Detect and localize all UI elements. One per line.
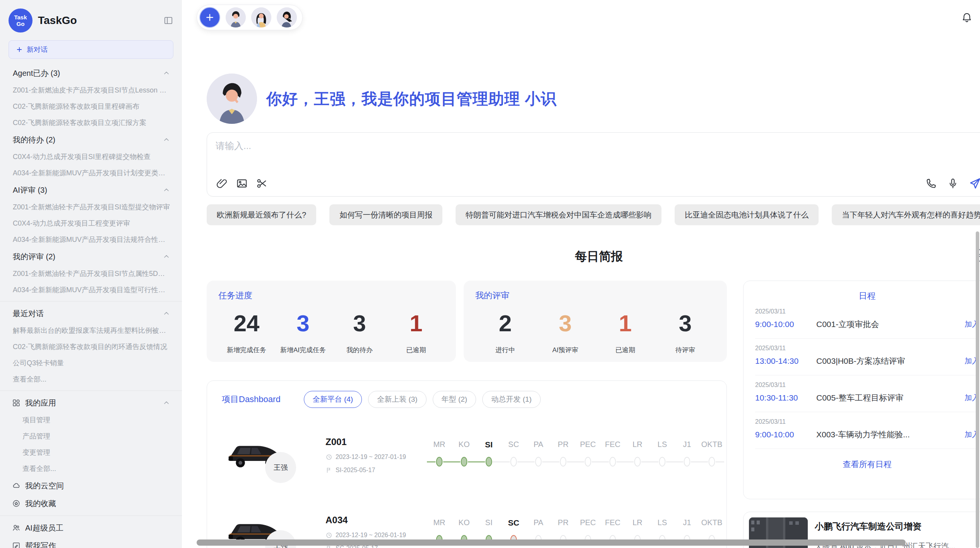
stat-label: 我的待办 — [331, 346, 388, 354]
stat-label: 已逾期 — [388, 346, 444, 354]
chevron-up-icon[interactable] — [163, 310, 170, 317]
milestone-connector — [625, 461, 634, 462]
stat-value: 3 — [275, 308, 331, 339]
news-title: 小鹏飞行汽车制造公司增资 — [815, 521, 955, 533]
sidebar-section-header[interactable]: Agent已办 (3) — [0, 64, 182, 82]
chevron-up-icon[interactable] — [163, 136, 170, 144]
add-session-button[interactable] — [199, 7, 220, 28]
section-title: Agent已办 (3) — [13, 68, 60, 79]
microphone-icon[interactable] — [947, 177, 959, 190]
sidebar-task-item[interactable]: C0X4-动力总成开发项目工程变更评审 — [0, 215, 182, 231]
attachment-icon[interactable] — [216, 177, 228, 190]
clock-icon — [326, 532, 332, 539]
sidebar-task-item[interactable]: A034-全新新能源MUV产品开发项目法规符合性评审 — [0, 231, 182, 248]
session-avatars — [197, 5, 303, 30]
sidebar-section-header[interactable]: AI评审 (3) — [0, 181, 182, 199]
divider — [0, 301, 182, 301]
milestone-label: SI — [476, 518, 501, 527]
milestone-connector — [691, 461, 699, 462]
dashboard-tab[interactable]: 全新上装 (3) — [368, 391, 427, 408]
milestone-labels: MRKOSISCPAPRPECFECLRLSJ1OKTB — [427, 518, 724, 527]
sidebar-task-item[interactable]: A034-全新新能源MUV产品开发项目造型可行性评审 — [0, 282, 182, 298]
milestone-node — [610, 457, 616, 467]
event-date: 2025/03/11 — [755, 382, 979, 389]
sidebar-item-cloud[interactable]: 我的云空间 — [0, 477, 182, 495]
chevron-up-icon[interactable] — [163, 253, 170, 260]
sidebar-task-item[interactable]: C02-飞腾新能源轻客改款项目立项汇报方案 — [0, 115, 182, 131]
chevron-up-icon[interactable] — [163, 69, 170, 77]
sidebar-item-my-apps[interactable]: 我的应用 — [0, 394, 182, 412]
sidebar-section-recent-chats[interactable]: 最近对话 — [0, 305, 182, 322]
dashboard-tab[interactable]: 全新平台 (4) — [304, 391, 362, 408]
milestone-label: OKTB — [699, 518, 724, 527]
chat-input[interactable] — [216, 140, 980, 151]
sidebar-item-star[interactable]: 我的收藏 — [0, 495, 182, 512]
logo-line2: Go — [17, 21, 25, 27]
send-icon[interactable] — [968, 177, 980, 190]
recent-chat-item[interactable]: 公司Q3轻卡销量 — [0, 355, 182, 371]
milestone-connector — [576, 461, 584, 462]
milestone-cell — [526, 453, 551, 470]
app-item[interactable]: 变更管理 — [0, 444, 182, 461]
sidebar-task-item[interactable]: C02-飞腾新能源轻客改款项目里程碑画布 — [0, 98, 182, 115]
vertical-scrollbar[interactable] — [976, 231, 979, 548]
stat-value: 1 — [388, 308, 444, 339]
schedule-event: 2025/03/1113:00-14:30C003|H0B-方案冻结评审加入 — [755, 339, 979, 375]
dashboard-tab[interactable]: 动总开发 (1) — [482, 391, 541, 408]
event-title: C003|H0B-方案冻结评审 — [816, 356, 960, 366]
suggestion-chip[interactable]: 欧洲新规最近颁布了什么? — [207, 204, 316, 225]
avatar-female-2[interactable] — [277, 7, 297, 27]
sidebar-tool-users[interactable]: AI超级员工 — [0, 519, 182, 537]
project-date-range: 2023-12-19 ~ 2027-01-19 — [336, 454, 406, 461]
sidebar-collapse-icon[interactable] — [163, 15, 173, 26]
recent-chat-item[interactable]: 解释最新出台的欧盟报废车法规再生塑料比例被调至15%... — [0, 322, 182, 339]
suggestion-chip[interactable]: 特朗普可能对进口汽车增税会对中国车企造成哪些影响 — [456, 204, 661, 225]
sidebar-task-item[interactable]: Z001-全新燃油皮卡产品开发项目SI节点Lesson Learn报告 — [0, 82, 182, 98]
chevron-up-icon[interactable] — [163, 399, 170, 407]
milestone-connector — [592, 461, 600, 462]
avatar-female-1[interactable] — [251, 7, 271, 27]
view-all-schedule-link[interactable]: 查看所有日程 — [755, 459, 979, 470]
sidebar-list: Agent已办 (3)Z001-全新燃油皮卡产品开发项目SI节点Lesson L… — [0, 63, 182, 548]
stat-value: 3 — [331, 308, 388, 339]
new-chat-button[interactable]: 新对话 — [9, 40, 173, 59]
stat-item: 3新增AI完成任务 — [275, 308, 331, 354]
sidebar-task-item[interactable]: C0X4-动力总成开发项目SI里程碑提交物检查 — [0, 149, 182, 165]
milestone-connector — [716, 461, 724, 462]
scissors-icon[interactable] — [256, 177, 268, 190]
stat-card: 任务进度24新增完成任务3新增AI完成任务3我的待办1已逾期 — [207, 281, 456, 362]
sidebar-task-item[interactable]: Z001-全新燃油轻卡产品开发项目SI节点属性5D文件评审 — [0, 265, 182, 282]
stat-grid: 2进行中3AI预评审1已逾期3待评审 — [475, 308, 715, 354]
milestone-cell — [600, 453, 625, 470]
sidebar-section-header[interactable]: 我的待办 (2) — [0, 131, 182, 149]
my-apps-label: 我的应用 — [25, 398, 158, 408]
recent-chat-item[interactable]: C02-飞腾新能源轻客改款项目的闭环通告反馈情况 — [0, 339, 182, 355]
milestone-cell — [650, 453, 675, 470]
suggestion-chip[interactable]: 如何写一份清晰的项目周报 — [329, 204, 442, 225]
app-item[interactable]: 项目管理 — [0, 412, 182, 428]
divider — [0, 390, 182, 391]
sidebar-section-header[interactable]: 我的评审 (2) — [0, 248, 182, 265]
app-item[interactable]: 产品管理 — [0, 428, 182, 444]
event-row: 13:00-14:30C003|H0B-方案冻结评审加入 — [755, 356, 979, 366]
view-all-apps-link[interactable]: 查看全部... — [0, 461, 182, 477]
horizontal-scrollbar[interactable] — [197, 539, 906, 546]
sidebar-tool-write[interactable]: 帮我写作 — [0, 537, 182, 548]
stat-label: 新增AI完成任务 — [275, 346, 331, 354]
avatar-male[interactable] — [226, 7, 246, 27]
sidebar-task-item[interactable]: A034-全新新能源MUV产品开发项目计划变更类编写 — [0, 165, 182, 181]
image-icon[interactable] — [236, 177, 248, 190]
suggestion-chip[interactable]: 当下年轻人对汽车外观有怎样的喜好趋势 — [832, 204, 980, 225]
stat-card-title: 我的评审 — [475, 290, 715, 301]
phone-icon[interactable] — [925, 177, 937, 190]
milestone-label: PR — [551, 440, 576, 449]
dashboard-tab[interactable]: 年型 (2) — [433, 391, 476, 408]
sidebar-task-item[interactable]: Z001-全新燃油轻卡产品开发项目SI造型提交物评审 — [0, 199, 182, 215]
event-time: 9:00-10:00 — [755, 320, 816, 329]
event-row: 10:30-11:30C005-整车工程目标评审加入 — [755, 392, 979, 403]
view-all-chats-link[interactable]: 查看全部... — [0, 371, 182, 387]
chevron-up-icon[interactable] — [163, 186, 170, 194]
notification-bell-icon[interactable] — [961, 12, 973, 23]
suggestion-chip[interactable]: 比亚迪全固态电池计划具体说了什么 — [675, 204, 819, 225]
sidebar-item-label: 我的云空间 — [25, 481, 170, 491]
